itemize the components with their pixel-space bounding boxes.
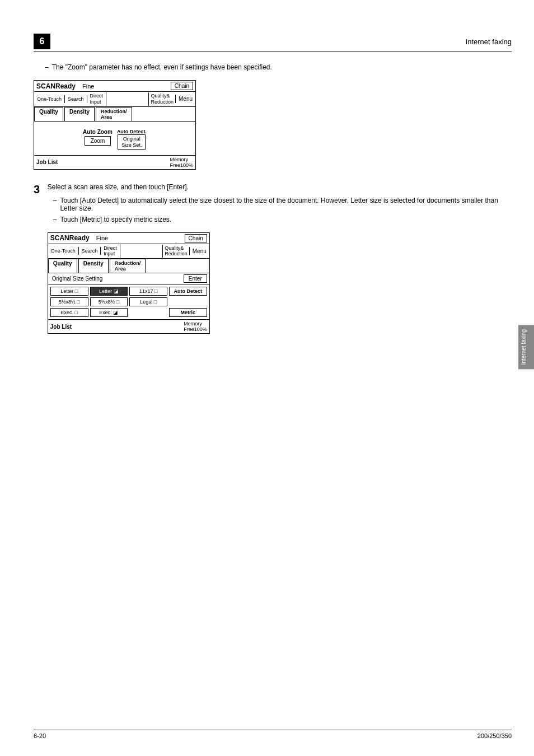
panel1-memory-pct: 100% xyxy=(180,162,193,168)
panel1-tab-density[interactable]: Density xyxy=(64,107,95,121)
panel1-nav-bar: One-Touch Search Direct Input Quality& R… xyxy=(34,92,195,107)
page-footer: 6-20 200/250/350 xyxy=(34,730,512,739)
panel1-job-list[interactable]: Job List xyxy=(36,159,58,165)
panel2-footer: Job List Memory Free100% xyxy=(48,319,209,333)
page-title-header: Internet faxing xyxy=(466,38,512,46)
size-empty xyxy=(169,297,207,306)
step3-dash-1: – xyxy=(53,197,57,212)
panel2-enter-btn[interactable]: Enter xyxy=(184,274,207,283)
panel2-menu[interactable]: Menu xyxy=(189,247,209,255)
bullet-section-1: – The "Zoom" parameter has no effect, ev… xyxy=(34,63,512,71)
side-chapter-tab: Internet faxing xyxy=(518,325,534,369)
scan-ready-panel-2: SCANReady Fine Chain One-Touch Search Di… xyxy=(48,232,210,334)
step-3-text: Select a scan area size, and then touch … xyxy=(48,183,503,191)
panel1-auto-detect-label: Auto Detect. xyxy=(117,129,147,134)
panel2-size-grid: Letter □ Letter ◪ 11x17 □ Auto Detect 5½… xyxy=(48,284,209,319)
panel2-top-bar: SCANReady Fine Chain xyxy=(48,233,209,244)
size-5x8-landscape[interactable]: 5½x8½ □ xyxy=(90,297,128,306)
size-letter-landscape[interactable]: Letter ◪ xyxy=(90,287,128,296)
panel1-chain-btn[interactable]: Chain xyxy=(171,82,193,90)
panel1-scanready: SCANReady xyxy=(36,82,76,90)
panel2-fine: Fine xyxy=(96,235,108,241)
panel2-tab-density[interactable]: Density xyxy=(78,259,109,273)
bullet-dash-1: – xyxy=(45,63,49,71)
panel1-menu[interactable]: Menu xyxy=(175,95,195,103)
bullet-item-1: – The "Zoom" parameter has no effect, ev… xyxy=(45,63,512,71)
step3-dash-2: – xyxy=(53,216,57,223)
panel2-tab-bar: Quality Density Reduction/ Area xyxy=(48,259,209,273)
step3-bullets: – Touch [Auto Detect] to automatically s… xyxy=(48,197,503,223)
size-exec-portrait[interactable]: Exec. □ xyxy=(50,308,88,317)
size-exec-landscape[interactable]: Exec. ◪ xyxy=(90,308,128,317)
step3-bullet-text-1: Touch [Auto Detect] to automatically sel… xyxy=(60,197,503,212)
panel2-job-list[interactable]: Job List xyxy=(50,324,72,330)
side-internet-faxing-label: Internet faxing xyxy=(521,329,527,365)
step3-bullet-1: – Touch [Auto Detect] to automatically s… xyxy=(53,197,503,212)
panel1-fine: Fine xyxy=(82,83,94,90)
panel2-tab-reduction[interactable]: Reduction/ Area xyxy=(110,259,146,273)
size-11x17[interactable]: 11x17 □ xyxy=(129,287,167,296)
panel1-zoom-btn[interactable]: Zoom xyxy=(85,136,111,146)
panel2-memory: Memory Free100% xyxy=(184,321,207,332)
panel1-tab-reduction[interactable]: Reduction/ Area xyxy=(96,107,132,121)
panel1-auto-zoom-section: Auto Zoom Zoom xyxy=(83,129,113,146)
panel2-scanready: SCANReady xyxy=(50,234,90,242)
step-3-content: Select a scan area size, and then touch … xyxy=(48,183,503,334)
panel2-search[interactable]: Search xyxy=(79,247,101,255)
step3-bullet-2: – Touch [Metric] to specify metric sizes… xyxy=(53,216,503,223)
panel2-one-touch[interactable]: One-Touch xyxy=(48,247,79,255)
size-empty2 xyxy=(129,308,167,317)
panel2-setting-bar: Original Size Setting Enter xyxy=(48,273,209,284)
panel2-setting-label: Original Size Setting xyxy=(50,275,105,282)
chapter-number-box: 6 xyxy=(34,34,50,49)
chapter-number: 6 xyxy=(40,36,45,46)
panel2-direct-input[interactable]: Direct Input xyxy=(101,244,120,259)
panel1-one-touch[interactable]: One-Touch xyxy=(34,95,65,103)
step3-bullet-text-2: Touch [Metric] to specify metric sizes. xyxy=(60,216,171,223)
size-metric[interactable]: Metric xyxy=(169,308,207,317)
panel1-top-bar: SCANReady Fine Chain xyxy=(34,81,195,92)
panel2-tab-quality[interactable]: Quality xyxy=(48,259,77,273)
panel1-auto-detect-section: Auto Detect. Original Size Set. xyxy=(117,129,147,150)
panel1-direct-input[interactable]: Direct Input xyxy=(87,92,107,106)
page-header: 6 Internet faxing xyxy=(34,34,512,52)
panel2-chain-btn[interactable]: Chain xyxy=(185,234,207,242)
panel1-quality-reduction[interactable]: Quality& Reduction xyxy=(148,92,175,106)
size-5x8-portrait[interactable]: 5½x8½ □ xyxy=(50,297,88,306)
panel1-original-size-btn[interactable]: Original Size Set. xyxy=(118,134,146,150)
panel2-memory-pct: 100% xyxy=(194,326,207,332)
panel1-tab-bar: Quality Density Reduction/ Area xyxy=(34,107,195,122)
page-model: 200/250/350 xyxy=(477,732,512,739)
size-auto-detect[interactable]: Auto Detect xyxy=(169,287,207,296)
step-3-section: 3 Select a scan area size, and then touc… xyxy=(34,183,512,334)
panel1-search[interactable]: Search xyxy=(65,95,87,103)
scan-ready-panel-1: SCANReady Fine Chain One-Touch Search Di… xyxy=(34,80,196,170)
panel2-quality-reduction[interactable]: Quality& Reduction xyxy=(162,245,189,258)
panel1-body: Auto Zoom Zoom Auto Detect. Original Siz… xyxy=(34,122,195,155)
page-number: 6-20 xyxy=(34,732,46,739)
step-3-number: 3 xyxy=(34,183,40,196)
panel1-zoom-row: Auto Zoom Zoom Auto Detect. Original Siz… xyxy=(39,129,191,150)
size-legal[interactable]: Legal □ xyxy=(129,297,167,306)
panel2-nav-bar: One-Touch Search Direct Input Quality& R… xyxy=(48,244,209,259)
panel1-auto-zoom-label: Auto Zoom xyxy=(83,129,113,135)
bullet-text-1: The "Zoom" parameter has no effect, even… xyxy=(52,63,272,71)
panel1-memory: Memory Free100% xyxy=(170,157,193,168)
panel1-tab-quality[interactable]: Quality xyxy=(34,107,63,121)
panel1-footer: Job List Memory Free100% xyxy=(34,155,195,169)
size-letter-portrait[interactable]: Letter □ xyxy=(50,287,88,296)
